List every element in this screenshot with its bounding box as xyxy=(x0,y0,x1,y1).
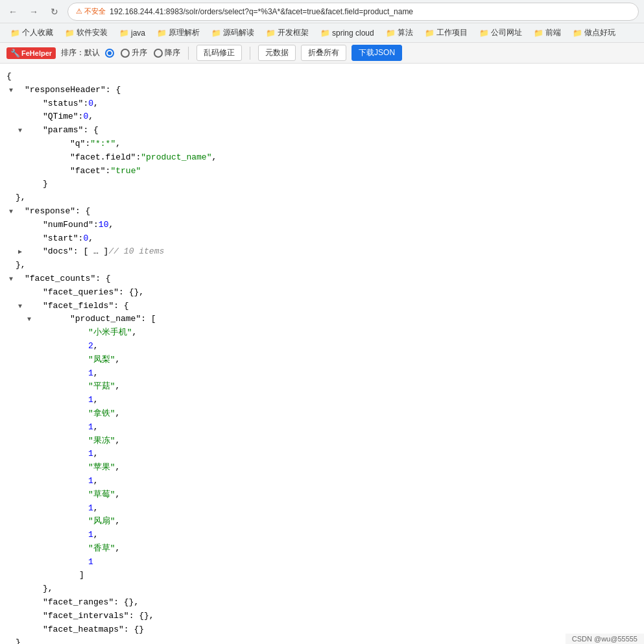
bookmark-principle[interactable]: 📁 原理解析 xyxy=(152,25,205,40)
facet-fields-key: "facet_fields" xyxy=(43,300,113,313)
item-guodong-number: 1 , xyxy=(6,447,638,461)
bookmark-label: 前端 xyxy=(545,27,561,38)
bookmark-framework[interactable]: 📁 开发框架 xyxy=(261,25,314,40)
folder-icon: 📁 xyxy=(211,29,221,38)
bookmark-spring[interactable]: 📁 spring cloud xyxy=(315,27,379,40)
q-val: "*:*" xyxy=(90,137,115,151)
facet-fields-line: ▼ "facet_fields" : { xyxy=(6,300,638,313)
xiangcao-string-val: "香草" xyxy=(88,542,115,556)
facet-ranges-line: "facet_ranges" : {}, xyxy=(6,596,638,610)
bookmark-label: 源码解读 xyxy=(223,27,254,38)
radio-desc-label: 降序 xyxy=(165,47,180,58)
qtime-val: 0 xyxy=(83,110,88,124)
pinggu-string-val: "平菇" xyxy=(88,380,115,394)
toggle-docs[interactable]: ▶ xyxy=(16,247,25,256)
docs-comment: // 10 items xyxy=(108,245,164,259)
response-header-close: }, xyxy=(6,191,638,205)
facet-counts-line: ▼ "facet_counts" : { xyxy=(6,272,638,286)
forward-button[interactable]: → xyxy=(26,4,42,19)
bookmark-java[interactable]: 📁 java xyxy=(114,27,150,40)
item-pingguo-number: 1 , xyxy=(6,475,638,488)
status-bar: CSDN @wu@55555 xyxy=(566,634,644,644)
bookmark-label: spring cloud xyxy=(332,29,374,38)
params-line: ▼ "params" : { xyxy=(6,124,638,137)
xiangcao-number-val: 1 xyxy=(88,556,93,569)
bookmark-company[interactable]: 📁 公司网址 xyxy=(474,25,527,40)
security-warning: ⚠ 不安全 xyxy=(76,6,106,16)
facet-field-val: "product_name" xyxy=(141,151,211,165)
download-json-button[interactable]: 下载JSON xyxy=(352,45,402,61)
bookmark-personal[interactable]: 📁 个人收藏 xyxy=(5,25,58,40)
facet-fields-close: }, xyxy=(6,582,638,596)
facet-intervals-line: "facet_intervals" : {}, xyxy=(6,610,638,623)
response-key: "response" xyxy=(25,205,75,219)
num-found-key: "numFound" xyxy=(43,219,93,232)
fix-encoding-button[interactable]: 乱码修正 xyxy=(197,45,242,61)
url-text: 192.168.244.41:8983/solr/orders/select?q… xyxy=(110,7,413,16)
item-xiaomi-number: 2 , xyxy=(6,340,638,353)
item-xiangcao-number: 1 xyxy=(6,556,638,569)
item-guodong-string: "果冻" , xyxy=(6,435,638,448)
xiaomi-number-val: 2 xyxy=(88,340,93,353)
toggle-product-name[interactable]: ▼ xyxy=(25,315,34,324)
bookmarks-bar: 📁 个人收藏 📁 软件安装 📁 java 📁 原理解析 📁 源码解读 📁 开发框… xyxy=(0,23,644,43)
toggle-facet-counts[interactable]: ▼ xyxy=(6,274,16,283)
num-found-line: "numFound" : 10 , xyxy=(6,219,638,232)
radio-default[interactable] xyxy=(105,49,114,58)
toggle-facet-fields[interactable]: ▼ xyxy=(16,302,25,311)
toggle-response[interactable]: ▼ xyxy=(6,207,16,216)
facet-field-line: "facet.field" : "product_name" , xyxy=(6,151,638,165)
facet-counts-key: "facet_counts" xyxy=(25,272,95,286)
item-xiangcao-string: "香草" , xyxy=(6,542,638,556)
radio-asc[interactable]: 升序 xyxy=(121,47,147,58)
q-key: "q" xyxy=(70,137,85,151)
fengshan-number-val: 1 xyxy=(88,529,93,542)
item-pingguo-string: "苹果" , xyxy=(6,461,638,475)
status-key: "status" xyxy=(43,97,83,111)
radio-asc-dot xyxy=(121,49,130,58)
params-close: } xyxy=(6,178,638,191)
item-natie-number: 1 , xyxy=(6,421,638,435)
item-fengli-number: 1 , xyxy=(6,367,638,381)
fehelper-icon: 🔧 xyxy=(10,49,20,58)
facet-counts-close: } xyxy=(6,636,638,644)
toggle-params[interactable]: ▼ xyxy=(16,126,25,135)
back-button[interactable]: ← xyxy=(5,4,21,19)
sort-radio-group: 升序 降序 xyxy=(105,47,180,58)
fold-all-button[interactable]: 折叠所有 xyxy=(301,45,346,61)
facet-queries-key: "facet_queries" xyxy=(43,286,119,300)
address-bar[interactable]: ⚠ 不安全 192.168.244.41:8983/solr/orders/se… xyxy=(67,3,639,21)
folder-icon: 📁 xyxy=(10,29,20,38)
docs-line: ▶ "docs" : [ … ] // 10 items xyxy=(6,245,638,259)
bookmark-label: 公司网址 xyxy=(491,27,522,38)
radio-desc[interactable]: 降序 xyxy=(154,47,180,58)
folder-icon: 📁 xyxy=(119,29,129,38)
facet-intervals-key: "facet_intervals" xyxy=(43,610,129,623)
bookmark-fun[interactable]: 📁 做点好玩 xyxy=(567,25,621,40)
pingguo-number-val: 1 xyxy=(88,475,93,488)
raw-data-button[interactable]: 元数据 xyxy=(258,45,296,61)
refresh-button[interactable]: ↻ xyxy=(47,4,62,19)
bookmark-source[interactable]: 📁 源码解读 xyxy=(206,25,259,40)
bookmark-work[interactable]: 📁 工作项目 xyxy=(420,25,473,40)
radio-asc-label: 升序 xyxy=(132,47,147,58)
bookmark-frontend[interactable]: 📁 前端 xyxy=(529,25,566,40)
bookmark-label: 原理解析 xyxy=(169,27,200,38)
bookmark-software[interactable]: 📁 软件安装 xyxy=(60,25,113,40)
q-line: "q" : "*:*" , xyxy=(6,137,638,151)
toolbar-divider xyxy=(188,47,189,60)
toggle-response-header[interactable]: ▼ xyxy=(6,86,16,95)
facet-ranges-key: "facet_ranges" xyxy=(43,596,113,610)
bookmark-label: 做点好玩 xyxy=(584,27,615,38)
sort-label: 排序：默认 xyxy=(61,47,100,58)
fehelper-toolbar: 🔧 FeHelper 排序：默认 升序 降序 乱码修正 元数据 折叠所有 下载J… xyxy=(0,43,644,64)
status-val: 0 xyxy=(88,97,93,111)
json-open-brace: { xyxy=(6,70,638,84)
product-name-close: ] xyxy=(6,569,638,582)
facet-heatmaps-key: "facet_heatmaps" xyxy=(43,623,124,637)
radio-default-dot xyxy=(105,49,114,58)
bookmark-algorithm[interactable]: 📁 算法 xyxy=(381,25,418,40)
facet-key: "facet" xyxy=(70,165,106,178)
json-content: { ▼ "responseHeader" : { "status" : 0 , … xyxy=(0,64,644,644)
fengshan-string-val: "风扇" xyxy=(88,515,115,529)
